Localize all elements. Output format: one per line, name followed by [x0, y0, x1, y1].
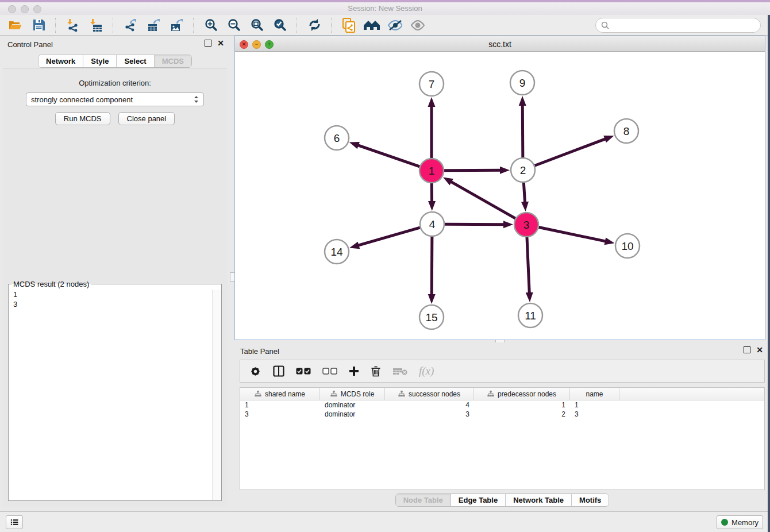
float-panel-icon[interactable] — [744, 346, 750, 353]
apply-layout-icon[interactable] — [305, 17, 324, 34]
mcds-result-line: 3 — [9, 299, 213, 309]
node-table[interactable]: shared nameMCDS rolesuccessor nodesprede… — [240, 387, 765, 490]
column-layout-icon[interactable] — [273, 365, 284, 377]
graph-edge-3-11[interactable] — [527, 237, 529, 294]
edge-arrowhead — [428, 294, 436, 304]
graph-edge-4-15[interactable] — [432, 237, 432, 296]
hide-selected-icon[interactable] — [385, 17, 405, 34]
table-tabbar: Node TableEdge TableNetwork TableMotifs — [395, 494, 610, 507]
zoom-out-icon[interactable] — [224, 17, 244, 34]
node-label: 6 — [334, 132, 340, 144]
tab-select[interactable]: Select — [116, 55, 153, 67]
edge-arrowhead — [349, 142, 360, 149]
mcds-result-scrollbar[interactable] — [212, 290, 221, 500]
run-mcds-button[interactable]: Run MCDS — [55, 112, 110, 125]
table-cell: 1 — [474, 400, 570, 410]
show-all-icon[interactable] — [408, 17, 428, 34]
export-image-icon[interactable] — [167, 17, 186, 34]
float-panel-icon[interactable] — [205, 40, 211, 47]
table-row[interactable]: 3dominator323 — [240, 410, 764, 419]
node-label: 11 — [525, 310, 536, 322]
table-panel-title: Table Panel — [240, 347, 279, 356]
zoom-fit-icon[interactable] — [247, 17, 267, 34]
zoom-in-icon[interactable] — [201, 17, 221, 34]
graph-node-8[interactable]: 8 — [614, 119, 638, 143]
function-builder-icon[interactable]: f(x) — [419, 365, 434, 377]
column-header-shared-name[interactable]: shared name — [240, 388, 320, 400]
graph-edge-3-1[interactable] — [450, 181, 515, 218]
graph-edge-1-2[interactable] — [444, 170, 502, 171]
table-cell: 2 — [474, 410, 570, 419]
graph-node-1[interactable]: 1 — [419, 159, 444, 183]
titlebar-accent — [0, 0, 770, 2]
optimization-criterion-select[interactable]: strongly connected component — [26, 92, 204, 106]
graph-edge-1-6[interactable] — [357, 145, 419, 167]
tab-node-table[interactable]: Node Table — [396, 494, 451, 506]
graph-node-2[interactable]: 2 — [511, 158, 535, 182]
close-panel-button[interactable]: Close panel — [118, 112, 175, 125]
open-session-icon[interactable] — [6, 17, 25, 34]
memory-button[interactable]: Memory — [717, 515, 763, 529]
window-titlebar: Session: New Session — [0, 0, 770, 16]
graph-node-7[interactable]: 7 — [419, 72, 444, 96]
graph-edge-2-3[interactable] — [523, 183, 525, 203]
table-cell: 3 — [385, 410, 474, 419]
close-panel-icon[interactable]: ✕ — [217, 40, 224, 47]
graph-node-6[interactable]: 6 — [325, 126, 349, 150]
copy-network-icon[interactable] — [339, 17, 359, 34]
graph-edge-2-9[interactable] — [522, 104, 523, 157]
close-panel-icon[interactable]: ✕ — [756, 346, 763, 353]
vertical-splitter[interactable] — [230, 36, 234, 511]
network-window-titlebar: ✕ − + scc.txt — [235, 36, 765, 52]
select-all-checkboxes-icon[interactable] — [296, 368, 311, 375]
network-canvas[interactable]: 7968124314101511 — [235, 52, 765, 340]
graph-node-10[interactable]: 10 — [615, 234, 640, 258]
delete-table-icon[interactable] — [392, 367, 407, 375]
graph-node-14[interactable]: 14 — [325, 240, 349, 264]
node-label: 3 — [523, 219, 530, 231]
import-network-icon[interactable] — [63, 17, 83, 34]
column-header-MCDS-role[interactable]: MCDS role — [320, 388, 385, 400]
network-window-title: scc.txt — [235, 40, 765, 49]
tab-network-table[interactable]: Network Table — [505, 494, 571, 506]
graph-edge-2-8[interactable] — [535, 138, 607, 165]
main-toolbar — [0, 15, 770, 36]
toolbar-separator — [193, 18, 194, 33]
graph-node-4[interactable]: 4 — [420, 212, 444, 236]
table-header-row: shared nameMCDS rolesuccessor nodesprede… — [240, 388, 764, 400]
search-input[interactable] — [612, 20, 755, 30]
table-cell: 1 — [240, 400, 320, 410]
table-cell: 3 — [240, 410, 320, 419]
save-session-icon[interactable] — [29, 17, 48, 34]
graph-node-9[interactable]: 9 — [510, 71, 534, 95]
first-neighbors-icon[interactable] — [362, 17, 382, 34]
graph-edge-3-10[interactable] — [539, 228, 607, 242]
settings-gear-icon[interactable] — [249, 365, 261, 377]
add-column-icon[interactable] — [349, 366, 359, 376]
task-history-button[interactable] — [6, 515, 23, 529]
column-header-predecessor-nodes[interactable]: predecessor nodes — [474, 388, 570, 400]
export-network-icon[interactable] — [121, 17, 140, 34]
tab-network[interactable]: Network — [38, 55, 83, 67]
column-header-successor-nodes[interactable]: successor nodes — [385, 388, 474, 400]
graph-edge-4-3[interactable] — [445, 224, 505, 225]
search-box[interactable] — [595, 18, 761, 33]
tab-motifs[interactable]: Motifs — [571, 494, 609, 506]
graph-node-11[interactable]: 11 — [518, 303, 542, 327]
tab-mcds[interactable]: MCDS — [154, 55, 191, 67]
graph-edge-4-14[interactable] — [357, 228, 420, 246]
status-bar: Memory — [0, 511, 770, 532]
graph-node-3[interactable]: 3 — [514, 213, 538, 237]
zoom-selected-icon[interactable] — [270, 17, 290, 34]
import-table-icon[interactable] — [86, 17, 106, 34]
export-table-icon[interactable] — [144, 17, 163, 34]
graph-node-15[interactable]: 15 — [419, 305, 444, 329]
delete-column-icon[interactable] — [371, 365, 381, 377]
column-header-name[interactable]: name — [570, 388, 619, 400]
tab-style[interactable]: Style — [83, 55, 116, 67]
deselect-checkboxes-icon[interactable] — [322, 368, 337, 375]
edge-arrowhead — [349, 242, 360, 249]
tab-edge-table[interactable]: Edge Table — [451, 494, 505, 506]
table-row[interactable]: 1dominator411 — [240, 400, 764, 410]
table-toolbar: f(x) — [240, 360, 765, 383]
